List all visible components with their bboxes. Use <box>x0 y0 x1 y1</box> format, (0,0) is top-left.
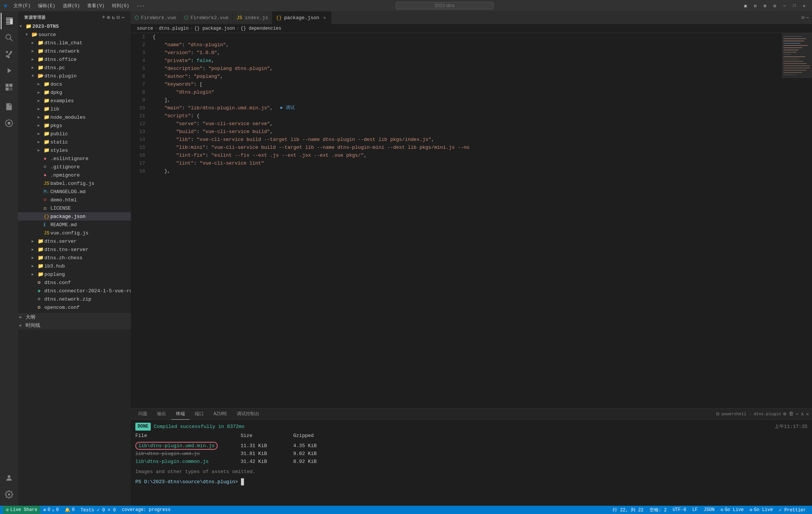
remote-status[interactable]: ⊙ Live Share <box>3 506 40 514</box>
folder-2023-dtns[interactable]: ▼ 📁 2023-DTNS <box>18 22 131 30</box>
code-content[interactable]: { "name": "dtns-plugin", "version": "1.0… <box>150 33 782 408</box>
folder-styles[interactable]: ▶ 📁 styles <box>18 146 131 154</box>
tab-more-icon[interactable]: ⋯ <box>806 15 809 21</box>
terminal-new-icon[interactable]: powershell · dtns.plugin <box>721 412 781 416</box>
file-eslintignore[interactable]: ● .eslintignore <box>18 154 131 163</box>
line-col[interactable]: 行 22, 列 22 <box>610 506 647 514</box>
file-opencom-conf[interactable]: ⚙ opencom.conf <box>18 303 131 311</box>
settings-activity-icon[interactable] <box>1 486 17 503</box>
tab-package-json[interactable]: {} package.json ✕ <box>272 11 332 24</box>
close-button[interactable]: ✕ <box>800 2 808 9</box>
terminal-tab-azure[interactable]: AZURE <box>209 408 232 420</box>
file-changelog[interactable]: M↓ CHANGELOG.md <box>18 187 131 196</box>
folder-dtns-pc[interactable]: ▶ 📁 dtns.pc <box>18 63 131 72</box>
folder-lib[interactable]: ▶ 📁 lib <box>18 105 131 113</box>
minimize-button[interactable]: — <box>780 2 789 9</box>
menu-more[interactable]: ... <box>134 2 148 10</box>
folder-static[interactable]: ▶ 📁 static <box>18 138 131 146</box>
tab-close-icon[interactable]: ✕ <box>321 15 327 21</box>
breadcrumb-plugin[interactable]: dtns.plugin <box>159 26 188 31</box>
terminal-up-icon[interactable]: ∧ <box>801 411 804 417</box>
remote-activity-icon[interactable] <box>1 115 17 132</box>
terminal-content[interactable]: DONE Compiled successfully in 8372ms 上午1… <box>131 420 812 506</box>
layout4-icon[interactable]: ⊡ <box>771 2 779 9</box>
collapse-icon[interactable]: ⊟ <box>117 14 120 21</box>
account-activity-icon[interactable] <box>1 470 17 486</box>
terminal-split2-icon[interactable]: ⊞ <box>783 411 786 417</box>
folder-dtns-office[interactable]: ▶ 📁 dtns.office <box>18 55 131 63</box>
indentation[interactable]: 空格: 2 <box>647 506 670 514</box>
menu-select[interactable]: 选择(S) <box>60 2 83 10</box>
layout-icon[interactable]: ▣ <box>741 2 750 9</box>
go-live-status[interactable]: ⊙ Go Live <box>718 506 747 514</box>
breadcrumb-file[interactable]: {} package.json <box>194 26 235 31</box>
split-editor-icon[interactable]: ⊟ <box>801 15 804 21</box>
breadcrumb-source[interactable]: source <box>137 26 153 31</box>
errors-warnings[interactable]: ⊗ 0 ⚠ 0 <box>40 506 62 514</box>
folder-examples[interactable]: ▶ 📁 examples <box>18 97 131 105</box>
folder-dpkg[interactable]: ▶ 📁 dpkg <box>18 88 131 97</box>
go-live-2[interactable]: ⊙ Go Live <box>747 506 776 514</box>
file-dtns-conf[interactable]: ⚙ dtns.conf <box>18 278 131 287</box>
terminal-split-icon[interactable]: ⊟ <box>716 411 719 417</box>
terminal-tab-debug-console[interactable]: 调试控制台 <box>232 408 264 420</box>
extensions-activity-icon[interactable] <box>1 79 17 95</box>
folder-dtns-llm-chat[interactable]: ▶ 📁 dtns.llm_chat <box>18 39 131 47</box>
debug-run-icon[interactable]: ▶ 调试 <box>280 104 295 112</box>
search-input[interactable] <box>396 2 494 9</box>
folder-public[interactable]: ▶ 📁 public <box>18 130 131 138</box>
file-npmignore[interactable]: ● .npmignore <box>18 171 131 179</box>
more-actions-icon[interactable]: ⋯ <box>121 14 125 21</box>
scm-activity-icon[interactable] <box>1 46 17 62</box>
test-activity-icon[interactable] <box>1 98 17 115</box>
menu-edit[interactable]: 编辑(E) <box>35 2 58 10</box>
alert-count[interactable]: 🔔 0 <box>62 506 77 514</box>
file-readme[interactable]: ℹ README.md <box>18 221 131 229</box>
file-package-json[interactable]: {} package.json <box>18 212 131 221</box>
tab-firework2-vue[interactable]: ⬡ FireWork2.vue <box>180 11 233 24</box>
file-vue-config[interactable]: JS vue.config.js <box>18 229 131 237</box>
encoding[interactable]: UTF-8 <box>670 506 689 514</box>
layout2-icon[interactable]: ⊟ <box>751 2 759 9</box>
folder-poplang[interactable]: ▶ 📁 poplang <box>18 270 131 278</box>
terminal-tab-terminal[interactable]: 终端 <box>171 408 189 420</box>
search-activity-icon[interactable] <box>1 29 17 46</box>
explorer-activity-icon[interactable] <box>1 13 17 29</box>
folder-ib3[interactable]: ▶ 📁 ib3.hub <box>18 262 131 270</box>
tab-firework-vue[interactable]: ⬡ FireWork.vue <box>131 11 180 24</box>
terminal-kill-icon[interactable]: 🗑 <box>789 411 794 417</box>
folder-docs[interactable]: ▶ 📁 docs <box>18 80 131 88</box>
breadcrumb-dependencies[interactable]: {} dependencies <box>241 26 281 31</box>
terminal-tab-ports[interactable]: 端口 <box>190 408 208 420</box>
run-activity-icon[interactable] <box>1 62 17 79</box>
coverage-status[interactable]: coverage: progress <box>119 506 174 514</box>
menu-view[interactable]: 查看(V) <box>84 2 108 10</box>
maximize-button[interactable]: □ <box>790 2 798 9</box>
line-ending[interactable]: LF <box>689 506 700 514</box>
folder-source[interactable]: ▼ 📂 source <box>18 30 131 39</box>
layout3-icon[interactable]: ⊞ <box>761 2 769 9</box>
file-gitignore[interactable]: ⊘ .gitignore <box>18 163 131 171</box>
prettier-status[interactable]: ✓ Prettier <box>776 506 809 514</box>
file-dtns-connector[interactable]: ◈ dtns.connector-2024-1-5-vue-router3.0.… <box>18 287 131 295</box>
new-file-icon[interactable]: + <box>102 14 105 21</box>
tab-index-js[interactable]: JS index.js <box>233 11 272 24</box>
folder-dtns-tns[interactable]: ▶ 📁 dtns.tns-server <box>18 245 131 254</box>
file-license[interactable]: ⚖ LICENSE <box>18 204 131 212</box>
terminal-tab-problems[interactable]: 问题 <box>134 408 152 420</box>
terminal-tab-output[interactable]: 输出 <box>153 408 171 420</box>
refresh-icon[interactable]: ↻ <box>112 14 115 21</box>
language-mode[interactable]: JSON <box>701 506 718 514</box>
terminal-close-icon[interactable]: ✕ <box>806 411 809 417</box>
folder-node-modules[interactable]: ▶ 📁 node_modules <box>18 113 131 121</box>
folder-dtns-server[interactable]: ▶ 📁 dtns.server <box>18 237 131 245</box>
new-folder-icon[interactable]: ⊕ <box>107 14 110 21</box>
file-demo-html[interactable]: ⊙ demo.html <box>18 196 131 204</box>
outline-section[interactable]: ▶ 大纲 <box>18 313 131 321</box>
menu-file[interactable]: 文件(F) <box>11 2 34 10</box>
folder-dtns-network[interactable]: ▶ 📁 dtns.network <box>18 47 131 55</box>
timeline-section[interactable]: ▶ 时间线 <box>18 321 131 330</box>
file-babel-config[interactable]: JS babel.config.js <box>18 179 131 187</box>
folder-dtns-chess[interactable]: ▶ 📁 dtns.zh-chess <box>18 254 131 262</box>
folder-pkgs[interactable]: ▶ 📁 pkgs <box>18 121 131 130</box>
